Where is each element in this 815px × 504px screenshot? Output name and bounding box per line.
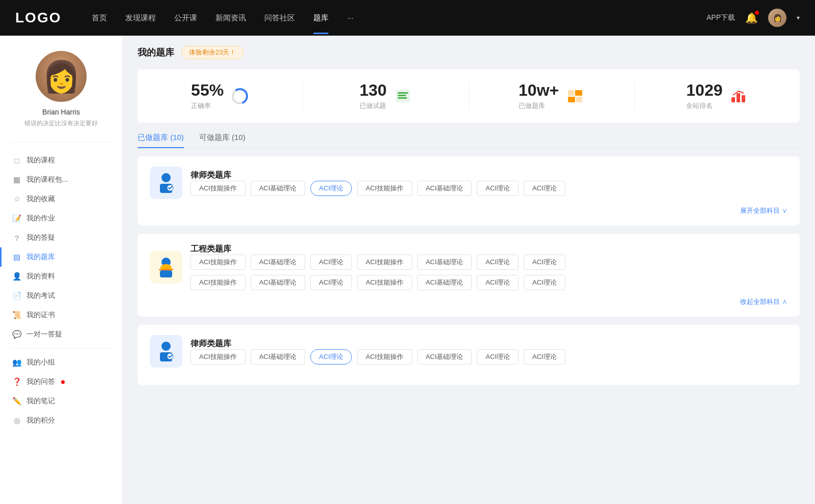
stat-rank-label: 全站排名 (686, 101, 722, 110)
expand-link-lawyer-1[interactable]: 展开全部科目 ∨ (740, 206, 787, 215)
law2-tag-6[interactable]: ACI理论 (524, 349, 565, 365)
bank-tag-1[interactable]: ACI基础理论 (251, 181, 306, 196)
page-header: 我的题库 体验剩余23天！ (138, 46, 800, 59)
avatar-image: 👩 (768, 9, 786, 27)
sidebar-item-my-questions[interactable]: ❓ 我的问答 (0, 372, 122, 391)
sidebar-item-my-course[interactable]: □ 我的课程 (0, 151, 122, 170)
law2-tag-4[interactable]: ACI基础理论 (417, 349, 472, 365)
eng-tag-r2-4[interactable]: ACI基础理论 (417, 275, 472, 290)
law2-tag-2[interactable]: ACI理论 (310, 349, 352, 365)
bank-header-engineer: 工程类题库 ACI技能操作 ACI基础理论 ACI理论 ACI技能操作 ACI基… (150, 244, 787, 290)
sidebar-divider (10, 142, 112, 143)
svg-rect-17 (160, 266, 172, 269)
law2-tag-3[interactable]: ACI技能操作 (357, 349, 412, 365)
sidebar-item-my-notes[interactable]: ✏️ 我的笔记 (0, 391, 122, 411)
sidebar-item-my-qa[interactable]: ? 我的答疑 (0, 228, 122, 247)
favorites-icon: ☆ (12, 194, 21, 204)
banks-count-icon (566, 87, 584, 105)
sidebar-username: Brian Harris (42, 108, 80, 116)
sidebar-profile: Brian Harris 错误的决定比没有决定要好 (0, 36, 122, 138)
menu-label-my-course: 我的课程 (26, 156, 55, 165)
nav-more[interactable]: ··· (347, 11, 354, 25)
eng-tag-r2-3[interactable]: ACI技能操作 (357, 275, 412, 290)
logo: LOGO (15, 10, 61, 26)
sidebar-item-my-favorites[interactable]: ☆ 我的收藏 (0, 189, 122, 209)
menu-label-my-group: 我的小组 (26, 358, 55, 367)
eng-tag-3[interactable]: ACI技能操作 (357, 255, 412, 270)
svg-rect-11 (737, 93, 740, 102)
eng-tag-4[interactable]: ACI基础理论 (417, 255, 472, 270)
svg-rect-6 (568, 90, 574, 96)
sidebar-item-my-points[interactable]: ◎ 我的积分 (0, 411, 122, 430)
law2-tag-1[interactable]: ACI基础理论 (251, 349, 306, 365)
bank-tag-5[interactable]: ACI理论 (477, 181, 519, 196)
sidebar-item-my-certificate[interactable]: 📜 我的证书 (0, 305, 122, 325)
svg-point-13 (161, 173, 171, 182)
nav-question-bank[interactable]: 题库 (313, 11, 329, 25)
eng-tag-1[interactable]: ACI基础理论 (251, 255, 306, 270)
app-download-button[interactable]: APP下载 (707, 13, 735, 22)
course-icon: □ (12, 156, 21, 165)
bank-tag-0[interactable]: ACI技能操作 (191, 181, 246, 196)
sidebar-item-my-exam[interactable]: 📄 我的考试 (0, 286, 122, 305)
questions-icon: ❓ (12, 377, 21, 386)
nav-qa[interactable]: 问答社区 (264, 11, 295, 25)
header-right: APP下载 🔔 👩 ▾ (707, 9, 800, 27)
sidebar-avatar (36, 51, 87, 102)
law2-tag-5[interactable]: ACI理论 (477, 349, 519, 365)
bank-tag-2[interactable]: ACI理论 (310, 181, 352, 196)
avatar-image (36, 51, 87, 102)
sidebar-item-my-profile[interactable]: 👤 我的资料 (0, 267, 122, 286)
sidebar-item-my-course-pack[interactable]: ▦ 我的课程包... (0, 170, 122, 189)
bank-tag-4[interactable]: ACI基础理论 (417, 181, 472, 196)
law2-tag-0[interactable]: ACI技能操作 (191, 349, 246, 365)
svg-rect-3 (398, 92, 408, 94)
user-dropdown-icon[interactable]: ▾ (797, 14, 800, 21)
nav-discover[interactable]: 发现课程 (125, 11, 156, 25)
svg-rect-9 (576, 97, 582, 102)
eng-tag-6[interactable]: ACI理论 (524, 255, 565, 270)
stat-accuracy-value: 55% (191, 81, 224, 99)
sidebar-item-my-group[interactable]: 👥 我的小组 (0, 353, 122, 372)
sidebar-item-one-on-one[interactable]: 💬 一对一答疑 (0, 325, 122, 344)
header: LOGO 首页 发现课程 公开课 新闻资讯 问答社区 题库 ··· APP下载 … (0, 0, 815, 36)
menu-label-my-profile: 我的资料 (26, 272, 55, 281)
sidebar-menu: □ 我的课程 ▦ 我的课程包... ☆ 我的收藏 📝 我的作业 ? 我的答疑 ▤ (0, 147, 122, 434)
donut-chart-svg (231, 87, 249, 105)
question-bank-icon: ▤ (12, 253, 21, 262)
eng-tag-5[interactable]: ACI理论 (477, 255, 519, 270)
certificate-icon: 📜 (12, 311, 21, 320)
eng-tag-r2-1[interactable]: ACI基础理论 (251, 275, 306, 290)
bank-tag-6[interactable]: ACI理论 (524, 181, 565, 196)
tab-done-banks[interactable]: 已做题库 (10) (138, 133, 184, 148)
bell-icon[interactable]: 🔔 (745, 12, 758, 24)
eng-tag-r2-5[interactable]: ACI理论 (477, 275, 519, 290)
stat-rank-value: 1029 (686, 81, 722, 99)
notes-icon: ✏️ (12, 397, 21, 406)
avatar[interactable]: 👩 (768, 9, 786, 27)
eng-tag-r2-6[interactable]: ACI理论 (524, 275, 565, 290)
nav-home[interactable]: 首页 (92, 11, 107, 25)
sidebar-item-my-question-bank[interactable]: ▤ 我的题库 (0, 247, 122, 267)
tab-available-banks[interactable]: 可做题库 (10) (199, 133, 246, 148)
menu-label-my-question-bank: 我的题库 (26, 253, 55, 262)
sidebar-item-my-homework[interactable]: 📝 我的作业 (0, 209, 122, 228)
stat-done-questions: 130 已做试题 (303, 81, 469, 110)
eng-tag-0[interactable]: ACI技能操作 (191, 255, 246, 270)
accuracy-chart-icon (231, 87, 249, 105)
bank-title-lawyer-2: 律师类题库 (191, 339, 787, 349)
profile-icon: 👤 (12, 272, 21, 281)
eng-tag-r2-0[interactable]: ACI技能操作 (191, 275, 246, 290)
collapse-link-engineer[interactable]: 收起全部科目 ∧ (740, 297, 787, 306)
bank-icon-engineer (150, 251, 182, 284)
points-icon: ◎ (12, 416, 21, 425)
stat-rank: 1029 全站排名 (635, 81, 800, 110)
stat-done-questions-text: 130 已做试题 (360, 81, 387, 110)
bank-tag-3[interactable]: ACI技能操作 (357, 181, 412, 196)
eng-tag-2[interactable]: ACI理论 (310, 255, 352, 270)
bank-section-lawyer-2: 律师类题库 ACI技能操作 ACI基础理论 ACI理论 ACI技能操作 ACI基… (138, 325, 800, 385)
nav-news[interactable]: 新闻资讯 (215, 11, 246, 25)
stat-accuracy-label: 正确率 (191, 101, 224, 110)
nav-open-course[interactable]: 公开课 (174, 11, 197, 25)
eng-tag-r2-2[interactable]: ACI理论 (310, 275, 352, 290)
